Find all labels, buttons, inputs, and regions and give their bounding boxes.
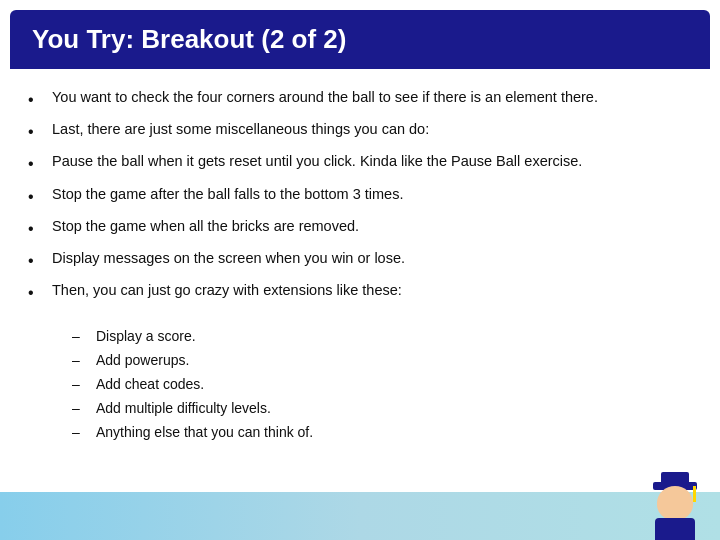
bullet-text: Last, there are just some miscellaneous … bbox=[52, 119, 692, 140]
content-area: • You want to check the four corners aro… bbox=[0, 69, 720, 492]
sub-bullet-text: Add cheat codes. bbox=[96, 374, 204, 395]
sub-list-item: – Anything else that you can think of. bbox=[72, 422, 692, 443]
list-item: • Last, there are just some miscellaneou… bbox=[28, 119, 692, 143]
sub-list-item: – Add powerups. bbox=[72, 350, 692, 371]
bullet-text: Pause the ball when it gets reset until … bbox=[52, 151, 692, 172]
bullet-icon: • bbox=[28, 185, 46, 208]
sub-bullet-list: – Display a score. – Add powerups. – Add… bbox=[72, 326, 692, 446]
dash-icon: – bbox=[72, 422, 90, 443]
mascot-tassel bbox=[693, 486, 696, 502]
sub-bullet-text: Display a score. bbox=[96, 326, 196, 347]
mascot bbox=[640, 470, 710, 540]
dash-icon: – bbox=[72, 398, 90, 419]
sub-list-item: – Add multiple difficulty levels. bbox=[72, 398, 692, 419]
dash-icon: – bbox=[72, 326, 90, 347]
bullet-icon: • bbox=[28, 217, 46, 240]
bullet-text: Stop the game after the ball falls to th… bbox=[52, 184, 692, 205]
bullet-text: Stop the game when all the bricks are re… bbox=[52, 216, 692, 237]
list-item: • You want to check the four corners aro… bbox=[28, 87, 692, 111]
bullet-text: You want to check the four corners aroun… bbox=[52, 87, 692, 108]
bullet-icon: • bbox=[28, 281, 46, 304]
slide-title: You Try: Breakout (2 of 2) bbox=[32, 24, 688, 55]
mascot-body bbox=[655, 518, 695, 540]
list-item: • Pause the ball when it gets reset unti… bbox=[28, 151, 692, 175]
list-item: • Stop the game after the ball falls to … bbox=[28, 184, 692, 208]
bullet-icon: • bbox=[28, 88, 46, 111]
sub-bullet-text: Add powerups. bbox=[96, 350, 189, 371]
bullet-icon: • bbox=[28, 249, 46, 272]
mascot-figure bbox=[640, 470, 710, 540]
sub-bullet-text: Add multiple difficulty levels. bbox=[96, 398, 271, 419]
bullet-text: Display messages on the screen when you … bbox=[52, 248, 692, 269]
bullet-list: • You want to check the four corners aro… bbox=[28, 87, 692, 312]
list-item: • Display messages on the screen when yo… bbox=[28, 248, 692, 272]
bottom-bar bbox=[0, 492, 720, 540]
bullet-icon: • bbox=[28, 120, 46, 143]
list-item: • Stop the game when all the bricks are … bbox=[28, 216, 692, 240]
sub-list-item: – Display a score. bbox=[72, 326, 692, 347]
bullet-icon: • bbox=[28, 152, 46, 175]
dash-icon: – bbox=[72, 374, 90, 395]
title-bar: You Try: Breakout (2 of 2) bbox=[10, 10, 710, 69]
dash-icon: – bbox=[72, 350, 90, 371]
sub-list-item: – Add cheat codes. bbox=[72, 374, 692, 395]
mascot-head bbox=[657, 486, 693, 520]
slide: You Try: Breakout (2 of 2) • You want to… bbox=[0, 0, 720, 540]
sub-bullet-text: Anything else that you can think of. bbox=[96, 422, 313, 443]
bullet-text: Then, you can just go crazy with extensi… bbox=[52, 280, 692, 301]
list-item: • Then, you can just go crazy with exten… bbox=[28, 280, 692, 304]
